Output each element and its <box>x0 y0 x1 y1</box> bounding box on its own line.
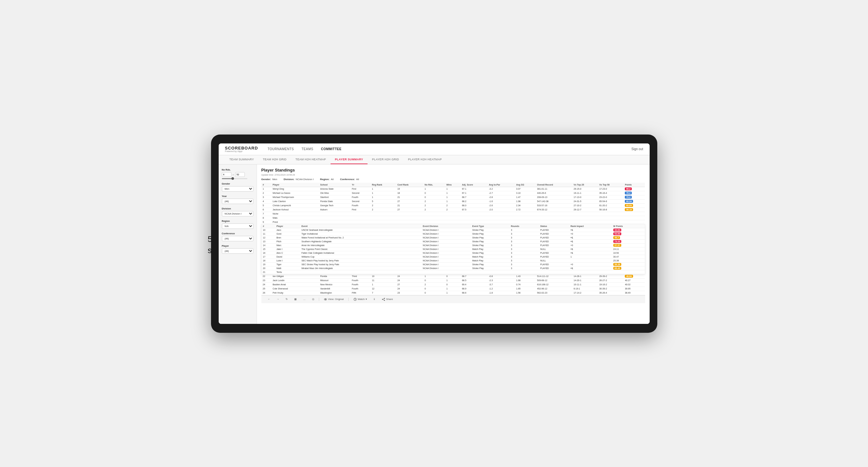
col-wins: Wins <box>445 183 461 187</box>
update-time: Update time: 27/01/2024 16:56:26 <box>261 174 295 176</box>
conference-select[interactable]: (All) <box>222 236 253 241</box>
year-label: Year <box>222 195 253 198</box>
svg-line-10 <box>383 299 384 299</box>
sub-table-row: 20Matti Mirabel Maui Jim Intercollegiate… <box>262 266 645 270</box>
nav-teams[interactable]: TEAMS <box>302 146 313 152</box>
sub-table-row: 13Pitch Southern Highlands Collegiate NC… <box>262 240 645 243</box>
col-no-rds: No Rds. <box>423 183 445 187</box>
tooltip-header-row: # Player Event Event Division Event Type… <box>261 224 645 274</box>
col-player: Player <box>271 183 319 187</box>
no-rds-from-input[interactable] <box>222 172 231 177</box>
points-badge[interactable]: 88.2 <box>625 187 632 190</box>
sub-nav-player-h2h-heatmap[interactable]: PLAYER H2H HEATMAP <box>404 155 446 164</box>
table-row: 5 Christo Lamprecht Georgia Tech Fourth … <box>261 204 645 208</box>
gender-select[interactable]: Men <box>222 186 253 192</box>
outer-wrapper: 4. Hover over a player's points to see a… <box>211 134 657 333</box>
refresh-button[interactable]: ↻ <box>284 297 290 301</box>
filter-bar: Gender: Men Division: NCAA Division I Re… <box>261 178 645 181</box>
sign-out-link[interactable]: Sign out <box>631 147 643 151</box>
points-badge[interactable]: 60.89 <box>625 204 633 207</box>
sub-table-row: 21Tentu <box>262 270 645 274</box>
points-badge[interactable]: 66.94 <box>625 200 633 203</box>
points-badge[interactable]: 76.2 <box>625 192 632 194</box>
points-badge[interactable]: 70.2 <box>625 196 632 198</box>
points-badge-sub[interactable]: 53.60 <box>613 232 622 235</box>
view-original-button[interactable]: View: Original <box>322 297 345 302</box>
col-points: Points <box>623 183 645 187</box>
svg-line-11 <box>383 299 384 300</box>
redo-button[interactable]: → <box>275 297 281 301</box>
no-rds-to-input[interactable] <box>235 172 245 177</box>
points-badge[interactable]: 48.68 <box>625 275 633 278</box>
gender-label: Gender <box>222 182 253 185</box>
sub-table-row: 16Alex C Fallen Oak Collegiate Invitatio… <box>262 251 645 255</box>
eye-icon <box>324 298 327 301</box>
sub-table-row: 18Luke I SEC Match Play hosted by Jerry … <box>262 258 645 262</box>
main-content: No Rds. – Gender <box>219 164 650 324</box>
undo-button[interactable]: ← <box>266 297 272 301</box>
table-header-row: # Player School Yr Reg Rank Conf Rank No… <box>261 183 645 187</box>
sidebar-region: Region N/A <box>222 220 253 229</box>
sub-nav-team-h2h-heatmap[interactable]: TEAM H2H HEATMAP <box>291 155 331 164</box>
sub-nav-player-summary[interactable]: PLAYER SUMMARY <box>331 155 368 164</box>
filter-region: Region: All <box>320 178 334 181</box>
watch-button[interactable]: Watch ▾ <box>351 297 369 302</box>
sub-nav-team-summary[interactable]: TEAM SUMMARY <box>225 155 258 164</box>
division-select[interactable]: NCAA Division I <box>222 211 253 216</box>
points-badge-sub[interactable]: 46.7 <box>613 236 620 239</box>
logo-area: SCOREBOARD Powered by clippi <box>225 146 258 152</box>
app-header: SCOREBOARD Powered by clippi TOURNAMENTS… <box>219 144 650 155</box>
clock-button[interactable]: ◎ <box>310 297 316 301</box>
table-row: 1 Wenyi Ding Arizona State First 1 15 1 … <box>261 187 645 191</box>
sub-table: # Player Event Event Division Event Type… <box>262 224 645 274</box>
sub-nav-player-h2h-grid[interactable]: PLAYER H2H GRID <box>368 155 404 164</box>
col-avg-sg: Avg SG <box>515 183 536 187</box>
sidebar-conference: Conference (All) <box>222 232 253 241</box>
table-row: 2 Michael La Sasso Ole Miss Second 1 18 … <box>261 191 645 195</box>
col-adj-score: Adj. Score <box>461 183 488 187</box>
col-num: # <box>261 183 271 187</box>
year-select[interactable]: (All) <box>222 198 253 204</box>
player-select[interactable]: (All) <box>222 248 253 254</box>
standings-area: Player Standings Update time: 27/01/2024… <box>257 164 650 324</box>
table-row-mats: 8 Mats <box>261 216 645 220</box>
col-yr: Yr <box>351 183 371 187</box>
standings-table: # Player School Yr Reg Rank Conf Rank No… <box>261 183 645 295</box>
download-button[interactable]: ⇓ <box>371 297 377 301</box>
sub-table-row: 11Gord Tiger Invitational NCAA Division … <box>262 232 645 236</box>
table-row: 26 Petr Hruby Washington Fifth 7 23 0 1 … <box>261 291 645 295</box>
points-badge-sub[interactable]: 56.38 <box>613 263 622 266</box>
more-button[interactable]: … <box>301 297 308 301</box>
sub-table-row: 19Tiger SEC Stroke Play hosted by Jerry … <box>262 262 645 266</box>
sub-nav-team-h2h-grid[interactable]: TEAM H2H GRID <box>258 155 291 164</box>
sub-table-row: 10Jaco UNCW Seahawk Intercollegiate NCAA… <box>262 228 645 232</box>
points-badge-sub[interactable]: 43.64 <box>613 228 622 231</box>
points-badge-sub[interactable]: 57.57 <box>613 244 622 247</box>
svg-point-8 <box>382 299 383 300</box>
col-school: School <box>319 183 350 187</box>
col-to-par: Avg to-Par <box>488 183 515 187</box>
copy-button[interactable]: ▦ <box>292 297 299 301</box>
table-row: 3 Michael Thorbjornsen Stanford Fourth 1… <box>261 195 645 199</box>
nav-tournaments[interactable]: TOURNAMENTS <box>268 146 294 152</box>
table-row-prest: 9 Prest <box>261 220 645 224</box>
points-badge[interactable]: 58.18 <box>625 208 633 211</box>
no-rds-slider[interactable] <box>222 178 247 179</box>
table-row: 23 Jack Lundin Missouri Fourth 11 24 0 1… <box>261 278 645 282</box>
points-badge-sub[interactable]: 73.33 <box>613 240 622 243</box>
sidebar-year: Year (All) <box>222 195 253 204</box>
points-badge-sub[interactable]: 66.40 <box>613 267 622 270</box>
table-row: 4 Luke Clanton Florida State Second 5 27… <box>261 199 645 204</box>
nav-committee[interactable]: COMMITTEE <box>321 146 342 152</box>
sub-table-row: 15Jake I The Cypress Point Classic NCAA … <box>262 247 645 251</box>
region-select[interactable]: N/A <box>222 223 253 229</box>
sidebar: No Rds. – Gender <box>219 164 257 324</box>
col-vs-top50: Vs Top 50 <box>598 183 623 187</box>
watch-icon <box>353 298 357 301</box>
share-button[interactable]: Share <box>380 297 395 302</box>
table-row: 6 Jackson Kohout Auburn First 2 27 2 2 6… <box>261 208 645 212</box>
svg-line-6 <box>355 299 356 300</box>
filter-conference: Conference: All <box>340 178 359 181</box>
table-row-niche: 7 Niche <box>261 212 645 216</box>
app-logo-sub: Powered by clippi <box>225 150 258 152</box>
